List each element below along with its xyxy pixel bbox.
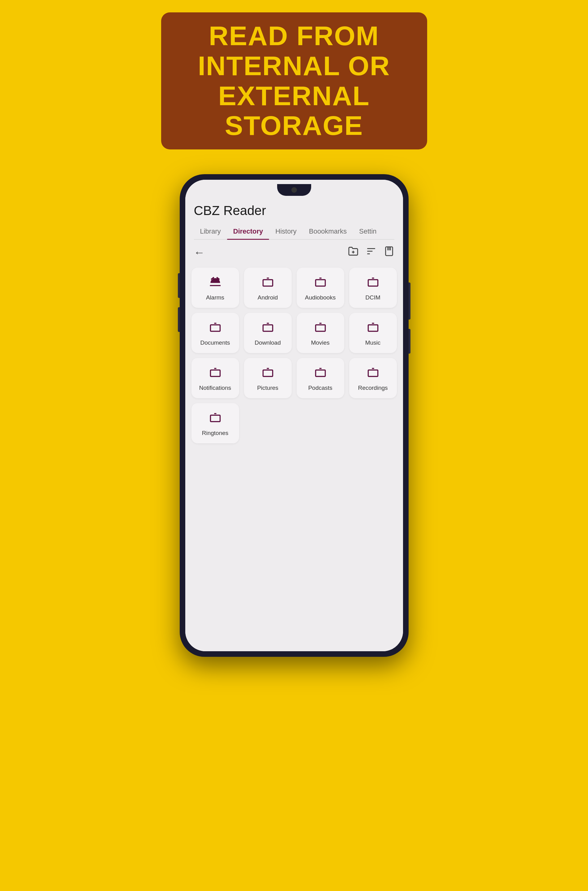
folder-icon	[261, 321, 274, 336]
folder-notifications[interactable]: Notifications	[192, 358, 239, 398]
power-button[interactable]	[409, 282, 411, 320]
folder-label: Podcasts	[308, 384, 332, 392]
folder-label: Pictures	[257, 384, 278, 392]
folder-label: Music	[365, 339, 381, 346]
folder-label: Ringtones	[202, 430, 229, 437]
tab-history[interactable]: History	[269, 224, 303, 239]
folder-icon	[314, 321, 327, 336]
folder-label: Download	[255, 339, 281, 346]
folder-podcasts[interactable]: Podcasts	[297, 358, 344, 398]
front-camera	[291, 187, 297, 193]
sd-card-icon[interactable]	[384, 246, 394, 259]
folder-android[interactable]: Android	[244, 268, 292, 308]
notch	[277, 184, 311, 196]
folder-pictures[interactable]: Pictures	[244, 358, 292, 398]
phone-mockup: CBZ Reader Library Directory History Boo…	[180, 174, 409, 657]
folder-icon	[366, 366, 380, 381]
folder-icon	[209, 411, 222, 426]
app-header: CBZ Reader Library Directory History Boo…	[185, 196, 403, 240]
folder-ringtones[interactable]: Ringtones	[192, 403, 239, 443]
volume-up-button[interactable]	[178, 273, 180, 298]
folder-icon	[209, 366, 222, 381]
folder-download[interactable]: Download	[244, 313, 292, 353]
folder-icon	[261, 276, 274, 291]
folder-movies[interactable]: Movies	[297, 313, 344, 353]
tab-bookmarks[interactable]: Boookmarks	[303, 224, 353, 239]
folder-icon	[209, 321, 222, 336]
tab-settings[interactable]: Settin	[353, 224, 382, 239]
banner: READ FROM INTERNAL OR EXTERNAL STORAGE	[161, 12, 427, 149]
back-button[interactable]: ←	[194, 246, 205, 259]
folder-icon	[261, 366, 274, 381]
app-content: CBZ Reader Library Directory History Boo…	[185, 196, 403, 651]
folder-label: Android	[258, 294, 278, 302]
folder-label: DCIM	[365, 294, 381, 302]
folder-label: Recordings	[358, 384, 388, 392]
volume-down-button[interactable]	[178, 307, 180, 332]
toolbar-icons	[348, 246, 394, 259]
directory-toolbar: ←	[185, 240, 403, 265]
folder-label: Notifications	[199, 384, 231, 392]
folder-documents[interactable]: Documents	[192, 313, 239, 353]
banner-text: READ FROM INTERNAL OR EXTERNAL STORAGE	[180, 21, 409, 141]
folder-label: Alarms	[206, 294, 224, 302]
tab-bar: Library Directory History Boookmarks Set…	[194, 224, 394, 240]
folder-audiobooks[interactable]: Audiobooks	[297, 268, 344, 308]
notch-bar	[185, 180, 403, 196]
folder-dcim[interactable]: DCIM	[349, 268, 397, 308]
folder-grid: Alarms Android	[185, 265, 403, 452]
folder-icon	[314, 276, 327, 291]
folder-label: Movies	[311, 339, 329, 346]
new-folder-icon[interactable]	[348, 246, 358, 259]
bixby-button[interactable]	[409, 329, 411, 354]
phone-screen: CBZ Reader Library Directory History Boo…	[185, 180, 403, 651]
tab-library[interactable]: Library	[194, 224, 227, 239]
phone-outer-shell: CBZ Reader Library Directory History Boo…	[180, 174, 409, 657]
folder-label: Audiobooks	[305, 294, 336, 302]
folder-label: Documents	[200, 339, 230, 346]
folder-icon	[209, 276, 222, 291]
folder-recordings[interactable]: Recordings	[349, 358, 397, 398]
sort-icon[interactable]	[366, 246, 376, 259]
folder-icon	[314, 366, 327, 381]
folder-music[interactable]: Music	[349, 313, 397, 353]
folder-alarms[interactable]: Alarms	[192, 268, 239, 308]
app-title: CBZ Reader	[194, 203, 394, 218]
tab-directory[interactable]: Directory	[227, 224, 269, 239]
folder-icon	[366, 321, 380, 336]
folder-icon	[366, 276, 380, 291]
